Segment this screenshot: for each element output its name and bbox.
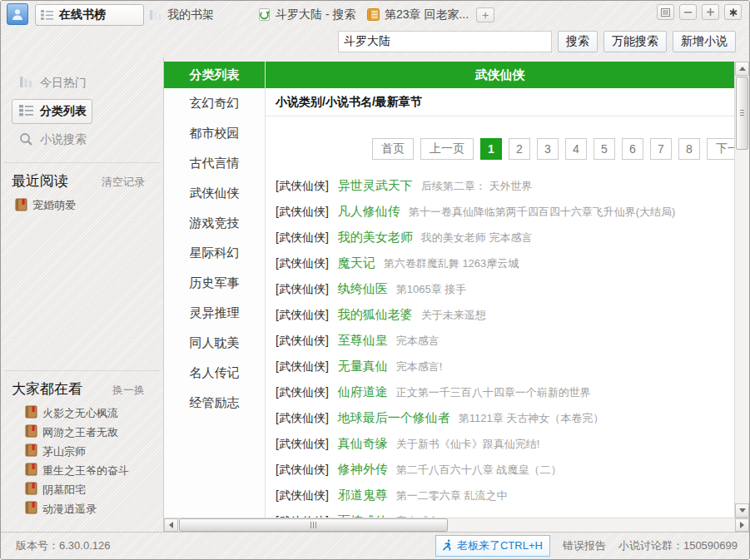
everyone-book-item[interactable]: 阴墓阳宅 — [1, 480, 163, 499]
novel-row[interactable]: [武侠仙侠]纨绔仙医第1065章 接手 — [266, 276, 734, 302]
prev-page-button[interactable]: 上一页 — [420, 138, 474, 160]
sidebar-item-novel-search[interactable]: 小说搜索 — [1, 127, 163, 152]
minimize-icon[interactable] — [679, 4, 697, 20]
novel-row[interactable]: [武侠仙侠]仙府道途正文第一千三百八十四章一个崭新的世界 — [266, 379, 734, 405]
scroll-track[interactable] — [448, 518, 735, 532]
novel-title-link[interactable]: 异世灵武天下 — [338, 178, 413, 194]
close-icon[interactable] — [724, 4, 742, 20]
everyone-book-item[interactable]: 动漫逍遥录 — [1, 499, 163, 518]
boss-key-button[interactable]: 老板来了CTRL+H — [435, 535, 550, 557]
refresh-list-link[interactable]: 换一换 — [112, 383, 145, 398]
user-avatar[interactable] — [7, 3, 28, 25]
novel-title-link[interactable]: 邪道鬼尊 — [338, 488, 388, 503]
novel-title-link[interactable]: 修神外传 — [338, 462, 388, 478]
novel-title-link[interactable]: 魔天记 — [338, 255, 375, 271]
novel-row[interactable]: [武侠仙侠]真仙奇缘关于新书《仙卡》跟真仙完结! — [266, 431, 734, 457]
tab-search-page[interactable]: 斗罗大陆 - 搜索 — [253, 4, 362, 26]
vertical-scrollbar[interactable] — [734, 62, 749, 518]
bars-icon — [19, 76, 33, 91]
first-page-button[interactable]: 首页 — [372, 138, 414, 160]
book-title: 火影之无心枫流 — [42, 406, 118, 421]
scroll-track[interactable] — [735, 150, 749, 503]
category-item[interactable]: 古代言情 — [164, 148, 265, 178]
novel-title-link[interactable]: 无量真仙 — [338, 359, 388, 374]
tab-chapter[interactable]: 第23章 回老家... — [362, 4, 471, 26]
new-tab-button[interactable]: + — [476, 7, 494, 22]
book-title: 动漫逍遥录 — [42, 502, 97, 517]
novel-title-link[interactable]: 我的狐仙老婆 — [338, 307, 413, 323]
category-item[interactable]: 名人传记 — [164, 358, 265, 388]
novel-row[interactable]: [武侠仙侠]地球最后一个修仙者第1121章 天古神女（本卷完） — [266, 405, 734, 431]
search-toolbar: 搜索 万能搜索 新增小说 — [1, 26, 749, 57]
everyone-book-item[interactable]: 重生之王爷的奋斗 — [1, 461, 163, 480]
add-novel-button[interactable]: 新增小说 — [673, 31, 736, 52]
sidebar-item-today-hot[interactable]: 今日热门 — [1, 71, 163, 96]
scroll-left-button[interactable] — [164, 518, 178, 532]
category-item[interactable]: 同人耽美 — [164, 328, 265, 358]
novel-row[interactable]: [武侠仙侠]异世灵武天下后续第二章： 天外世界 — [266, 173, 734, 199]
novel-row[interactable]: [武侠仙侠]至尊仙皇完本感言 — [266, 328, 734, 354]
everyone-book-item[interactable]: 火影之无心枫流 — [1, 404, 163, 423]
error-report-link[interactable]: 错误报告 — [563, 538, 606, 553]
category-item[interactable]: 武侠仙侠 — [164, 178, 265, 208]
category-item[interactable]: 灵异推理 — [164, 298, 265, 328]
novel-row[interactable]: [武侠仙侠]我的美女老师我的美女老师 完本感言 — [266, 225, 734, 250]
vertical-scroll-thumb[interactable] — [736, 77, 748, 150]
novel-title-link[interactable]: 我的美女老师 — [338, 230, 413, 245]
category-item[interactable]: 经管励志 — [164, 388, 265, 418]
search-input[interactable] — [338, 31, 552, 52]
page-button-4[interactable]: 4 — [565, 138, 587, 160]
category-item[interactable]: 星际科幻 — [164, 238, 265, 268]
scroll-up-button[interactable] — [735, 62, 749, 76]
app-window: 在线书榜 我的书架 斗罗大陆 - 搜索 第23章 回老家... + — [0, 0, 750, 560]
novel-row[interactable]: [武侠仙侠]百炼成仙完本感言 — [266, 508, 734, 518]
category-item[interactable]: 都市校园 — [164, 118, 265, 148]
arrow-right-icon — [740, 522, 744, 528]
novel-title-link[interactable]: 凡人修仙传 — [338, 204, 400, 220]
novel-row[interactable]: [武侠仙侠]我的狐仙老婆关于未来遥想 — [266, 302, 734, 328]
universal-search-button[interactable]: 万能搜索 — [603, 31, 667, 52]
recent-book-item[interactable]: 宠婚萌爱 — [1, 196, 163, 216]
skin-icon[interactable] — [657, 4, 674, 20]
tab-label: 我的书架 — [167, 7, 214, 22]
tab-my-shelf[interactable]: 我的书架 — [144, 4, 253, 26]
novel-row[interactable]: [武侠仙侠]邪道鬼尊第一二零六章 乱流之中 — [266, 483, 734, 508]
novel-title-link[interactable]: 仙府道途 — [338, 384, 388, 400]
page-button-3[interactable]: 3 — [537, 138, 559, 160]
everyone-book-item[interactable]: 茅山宗师 — [1, 442, 163, 461]
category-item[interactable]: 玄幻奇幻 — [164, 88, 265, 118]
novel-title-link[interactable]: 至尊仙皇 — [338, 333, 388, 349]
horizontal-scroll-thumb[interactable] — [179, 518, 448, 532]
novel-row[interactable]: [武侠仙侠]魔天记第六卷群魔乱舞 1263摩云城 — [266, 250, 734, 276]
webpage-icon — [258, 8, 271, 21]
novel-row[interactable]: [武侠仙侠]凡人修仙传第十一卷真仙降临第两千四百四十六章飞升仙界(大结局) — [266, 199, 734, 225]
tab-online-ranking[interactable]: 在线书榜 — [35, 4, 144, 26]
scroll-down-button[interactable] — [735, 503, 749, 518]
page-button-8[interactable]: 8 — [678, 138, 700, 160]
sidebar-item-category-list[interactable]: 分类列表 — [12, 99, 92, 124]
page-button-6[interactable]: 6 — [622, 138, 643, 160]
search-button[interactable]: 搜索 — [558, 31, 598, 52]
arrow-down-icon — [739, 508, 746, 513]
next-page-button[interactable]: 下一页 — [707, 138, 734, 160]
scroll-right-button[interactable] — [735, 518, 749, 532]
category-item[interactable]: 历史军事 — [164, 268, 265, 298]
novel-list: [武侠仙侠]异世灵武天下后续第二章： 天外世界 [武侠仙侠]凡人修仙传第十一卷真… — [266, 173, 734, 518]
novel-title-link[interactable]: 纨绔仙医 — [338, 281, 388, 297]
book-title: 重生之王爷的奋斗 — [42, 463, 129, 478]
clear-records-link[interactable]: 清空记录 — [102, 175, 145, 190]
novel-row[interactable]: [武侠仙侠]修神外传第二千八百六十八章 战魔皇（二） — [266, 457, 734, 483]
page-button-1[interactable]: 1 — [480, 138, 502, 160]
horizontal-scrollbar[interactable] — [164, 518, 749, 532]
category-item[interactable]: 游戏竞技 — [164, 208, 265, 238]
content-panel: 武侠仙侠 小说类别/小说书名/最新章节 首页 上一页 1 2 3 4 5 6 7… — [266, 62, 734, 518]
novel-title-link[interactable]: 真仙奇缘 — [338, 436, 388, 452]
page-button-7[interactable]: 7 — [650, 138, 672, 160]
page-button-5[interactable]: 5 — [594, 138, 615, 160]
maximize-icon[interactable] — [702, 4, 719, 20]
page-button-2[interactable]: 2 — [509, 138, 530, 160]
everyone-book-item[interactable]: 网游之王者无敌 — [1, 423, 163, 442]
novel-row[interactable]: [武侠仙侠]无量真仙完本感言! — [266, 354, 734, 379]
novel-title-link[interactable]: 地球最后一个修仙者 — [338, 410, 450, 426]
novel-category: [武侠仙侠] — [276, 334, 329, 349]
